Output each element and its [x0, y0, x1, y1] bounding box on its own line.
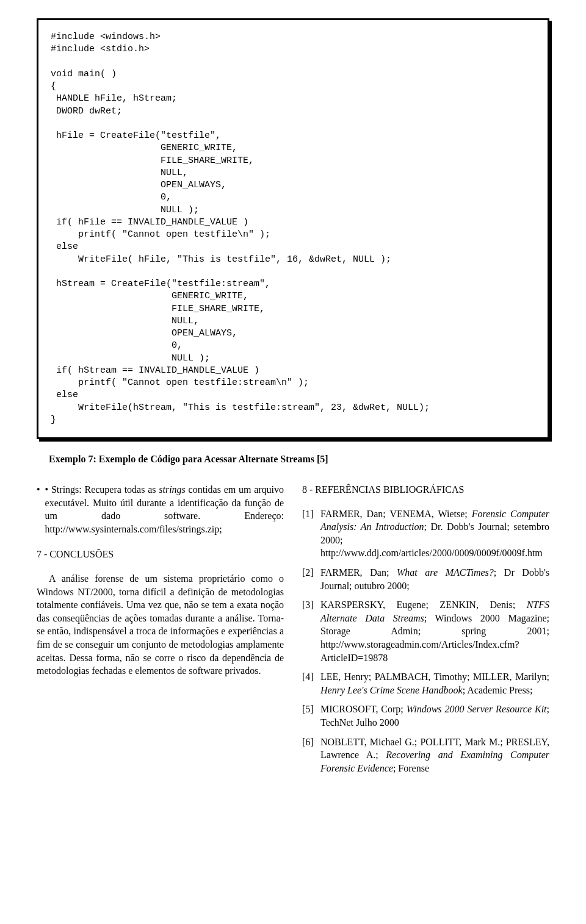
- two-column-layout: • • Strings: Recupera todas as strings c…: [37, 483, 549, 781]
- reference-number: [1]: [302, 507, 320, 560]
- reference-number: [5]: [302, 703, 320, 729]
- right-column: 8 - REFERÊNCIAS BIBLIOGRÁFICAS [1]FARMER…: [302, 483, 549, 781]
- reference-item: [5]MICROSOFT, Corp; Windows 2000 Server …: [302, 703, 549, 729]
- reference-text: FARMER, Dan; What are MACTimes?; Dr Dobb…: [320, 566, 549, 592]
- reference-item: [4]LEE, Henry; PALMBACH, Timothy; MILLER…: [302, 670, 549, 697]
- reference-item: [2]FARMER, Dan; What are MACTimes?; Dr D…: [302, 566, 549, 592]
- reference-text: KARSPERSKY, Eugene; ZENKIN, Denis; NTFS …: [320, 598, 549, 664]
- bullet-text: • Strings: Recupera todas as strings con…: [45, 483, 284, 535]
- reference-text: NOBLETT, Michael G.; POLLITT, Mark M.; P…: [320, 736, 549, 775]
- reference-text: FARMER, Dan; VENEMA, Wietse; Forensic Co…: [320, 507, 549, 560]
- reference-item: [3]KARSPERSKY, Eugene; ZENKIN, Denis; NT…: [302, 598, 549, 664]
- conclusion-paragraph: A análise forense de um sistema propriet…: [37, 572, 284, 678]
- reference-list: [1]FARMER, Dan; VENEMA, Wietse; Forensic…: [302, 507, 549, 775]
- reference-number: [2]: [302, 566, 320, 592]
- reference-number: [6]: [302, 736, 320, 775]
- reference-item: [1]FARMER, Dan; VENEMA, Wietse; Forensic…: [302, 507, 549, 560]
- reference-item: [6]NOBLETT, Michael G.; POLLITT, Mark M.…: [302, 736, 549, 775]
- section-heading-references: 8 - REFERÊNCIAS BIBLIOGRÁFICAS: [302, 483, 549, 496]
- reference-text: MICROSOFT, Corp; Windows 2000 Server Res…: [320, 703, 549, 729]
- reference-text: LEE, Henry; PALMBACH, Timothy; MILLER, M…: [320, 670, 549, 697]
- section-heading-conclusions: 7 - CONCLUSÕES: [37, 548, 284, 561]
- reference-number: [3]: [302, 598, 320, 664]
- bullet-icon: •: [37, 483, 40, 535]
- code-listing: #include <windows.h> #include <stdio.h> …: [37, 18, 549, 439]
- bullet-item: • • Strings: Recupera todas as strings c…: [37, 483, 284, 535]
- reference-number: [4]: [302, 670, 320, 697]
- figure-caption: Exemplo 7: Exemplo de Código para Acessa…: [49, 454, 549, 465]
- left-column: • • Strings: Recupera todas as strings c…: [37, 483, 284, 781]
- code-content: #include <windows.h> #include <stdio.h> …: [51, 31, 535, 426]
